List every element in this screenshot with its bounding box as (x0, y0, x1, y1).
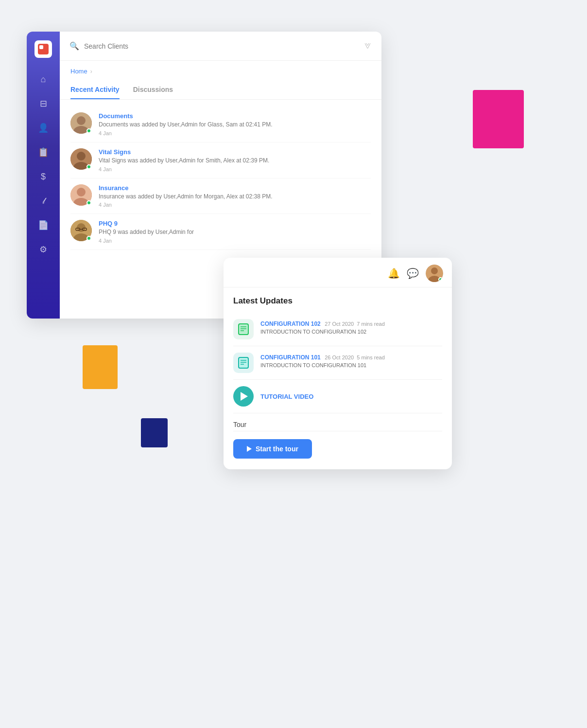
update-subtitle-101: INTRODUCTION TO CONFIGURATION 101 (260, 362, 442, 368)
update-tag-102[interactable]: CONFIGURATION 102 (260, 320, 321, 327)
app-logo[interactable] (35, 40, 52, 58)
breadcrumb-home[interactable]: Home (70, 68, 87, 75)
activity-body-2: Vital Signs Vital Signs was added by Use… (99, 148, 371, 172)
updates-panel: 🔔 💬 Latest Updates (224, 258, 452, 469)
btn-play-icon (247, 446, 252, 452)
update-tag-101[interactable]: CONFIGURATION 101 (260, 354, 321, 361)
sidebar-book-icon[interactable]: ⊟ (36, 97, 50, 110)
avatar-wrap-1 (70, 112, 92, 134)
activity-desc-2: Vital Signs was added by User,Admin for … (99, 157, 371, 165)
update-subtitle-102: INTRODUCTION TO CONFIGURATION 102 (260, 329, 442, 335)
update-item-config101: CONFIGURATION 101 26 Oct 2020 5 mins rea… (233, 346, 442, 380)
sidebar-document-icon[interactable]: 📄 (36, 218, 50, 232)
activity-body-3: Insurance Insurance was added by User,Ad… (99, 184, 371, 208)
tutorial-video-item[interactable]: TUTORIAL VIDEO (233, 380, 442, 413)
sidebar-home-icon[interactable]: ⌂ (36, 72, 50, 86)
activity-item-documents: Documents Documents was added by User,Ad… (70, 107, 371, 142)
svg-point-1 (77, 116, 86, 125)
search-input[interactable] (84, 42, 359, 50)
svg-rect-23 (239, 357, 248, 368)
activity-item-vitalsigns: Vital Signs Vital Signs was added by Use… (70, 142, 371, 178)
search-icon: 🔍 (69, 41, 79, 51)
decorative-orange-square (83, 345, 118, 389)
activity-date-3: 4 Jan (99, 202, 371, 208)
activity-date-4: 4 Jan (99, 238, 371, 244)
activity-title-4[interactable]: PHQ 9 (99, 220, 371, 227)
avatar-wrap-4 (70, 220, 92, 241)
start-tour-wrap: Start the tour (233, 431, 442, 461)
topbar-online-dot (438, 277, 443, 282)
activity-title-2[interactable]: Vital Signs (99, 148, 371, 156)
filter-icon[interactable]: ⩔ (364, 42, 372, 51)
logo-inner (38, 44, 49, 54)
activity-date-1: 4 Jan (99, 130, 371, 136)
config101-icon (233, 353, 254, 373)
tour-label: Tour (233, 421, 246, 428)
tour-section: Tour (233, 413, 442, 431)
tab-recent-activity[interactable]: Recent Activity (70, 81, 120, 99)
svg-rect-18 (239, 324, 248, 335)
sidebar-calendar-icon[interactable]: 📋 (36, 145, 50, 159)
tab-discussions[interactable]: Discussions (133, 81, 173, 99)
topbar-avatar[interactable] (426, 265, 443, 282)
sidebar-chart-icon[interactable]: 𝓁 (36, 194, 50, 208)
start-tour-button[interactable]: Start the tour (233, 439, 312, 459)
activity-item-phq9: PHQ 9 PHQ 9 was added by User,Admin for … (70, 214, 371, 250)
online-dot-1 (86, 128, 91, 133)
svg-point-16 (431, 267, 438, 274)
notifications-icon[interactable]: 🔔 (388, 267, 400, 279)
svg-point-4 (77, 152, 86, 160)
config102-icon (233, 319, 254, 339)
activity-desc-4: PHQ 9 was added by User,Admin for (99, 228, 371, 236)
activity-desc-1: Documents was added by User,Admin for Gl… (99, 121, 371, 129)
activity-item-insurance: Insurance Insurance was added by User,Ad… (70, 178, 371, 214)
sidebar: ⌂ ⊟ 👤 📋 $ 𝓁 📄 ⚙ (27, 32, 60, 319)
tabs-bar: Recent Activity Discussions (60, 81, 381, 100)
update-content-102: CONFIGURATION 102 27 Oct 2020 7 mins rea… (260, 319, 442, 335)
breadcrumb: Home › (60, 61, 381, 79)
avatar-wrap-3 (70, 184, 92, 206)
avatar-wrap-2 (70, 148, 92, 170)
online-dot-3 (86, 200, 91, 205)
activity-date-2: 4 Jan (99, 166, 371, 172)
online-dot-4 (86, 236, 91, 241)
online-dot-2 (86, 164, 91, 169)
search-bar: 🔍 ⩔ (60, 32, 381, 61)
sidebar-person-icon[interactable]: 👤 (36, 121, 50, 135)
tutorial-label: TUTORIAL VIDEO (260, 393, 313, 400)
decorative-red-square (473, 90, 524, 148)
activity-title-3[interactable]: Insurance (99, 184, 371, 192)
activity-body-4: PHQ 9 PHQ 9 was added by User,Admin for … (99, 220, 371, 244)
updates-title: Latest Updates (233, 296, 442, 306)
chat-icon[interactable]: 💬 (407, 267, 419, 279)
activity-title-1[interactable]: Documents (99, 112, 371, 120)
play-triangle (241, 392, 248, 401)
svg-point-7 (77, 188, 86, 196)
start-tour-label: Start the tour (256, 445, 298, 453)
update-item-config102: CONFIGURATION 102 27 Oct 2020 7 mins rea… (233, 313, 442, 346)
activity-desc-3: Insurance was added by User,Admin for Mo… (99, 193, 371, 201)
play-circle-icon[interactable] (233, 386, 254, 407)
update-meta-101: 26 Oct 2020 5 mins read (325, 355, 385, 360)
update-content-101: CONFIGURATION 101 26 Oct 2020 5 mins rea… (260, 353, 442, 368)
sidebar-dollar-icon[interactable]: $ (36, 170, 50, 183)
updates-body: Latest Updates CONFIGURATION 102 27 Oct … (224, 287, 452, 469)
activity-body-1: Documents Documents was added by User,Ad… (99, 112, 371, 136)
sidebar-settings-icon[interactable]: ⚙ (36, 243, 50, 256)
updates-topbar: 🔔 💬 (224, 258, 452, 287)
update-meta-102: 27 Oct 2020 7 mins read (325, 321, 385, 327)
decorative-navy-square (141, 418, 168, 447)
breadcrumb-separator: › (90, 68, 92, 75)
